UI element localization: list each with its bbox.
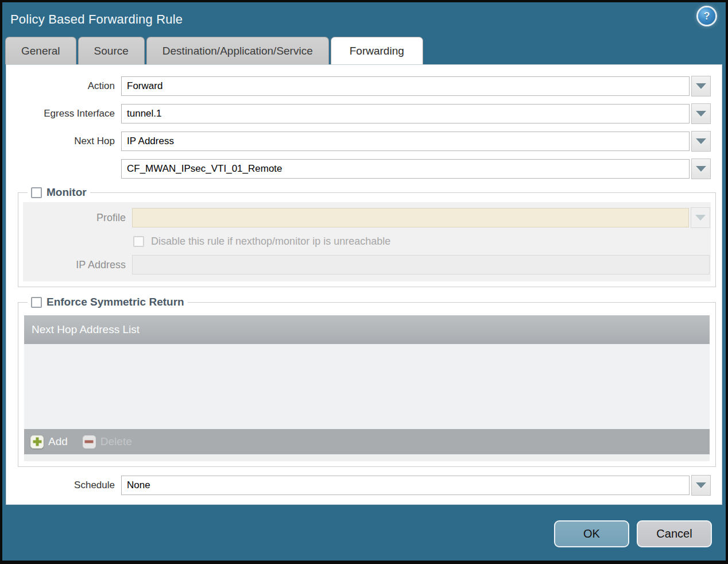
monitor-ip-address-input	[132, 255, 710, 275]
chevron-down-icon	[696, 83, 706, 89]
table-bottom-strip	[24, 454, 710, 461]
monitor-ip-address-row: IP Address	[23, 255, 711, 275]
next-hop-row: Next Hop IP Address	[6, 131, 722, 152]
enforce-symmetric-return-legend-label: Enforce Symmetric Return	[47, 296, 184, 308]
monitor-fieldset: Monitor Profile Disable this rule if nex…	[18, 186, 716, 287]
enforce-symmetric-return-fieldset: Enforce Symmetric Return Next Hop Addres…	[18, 296, 716, 467]
schedule-label: Schedule	[6, 480, 121, 491]
dialog-footer: OK Cancel	[2, 505, 726, 561]
action-select[interactable]: Forward	[121, 76, 690, 96]
disable-rule-row: Disable this rule if nexthop/monitor ip …	[133, 235, 711, 248]
plus-icon	[30, 435, 44, 449]
next-hop-address-select[interactable]: CF_MWAN_IPsec_VTI_01_Remote	[121, 159, 690, 179]
screen-frame: Policy Based Forwarding Rule ? General S…	[0, 0, 728, 564]
dialog-titlebar: Policy Based Forwarding Rule ?	[2, 2, 726, 37]
schedule-dropdown-button[interactable]	[691, 475, 711, 496]
profile-row: Profile	[23, 207, 711, 228]
chevron-down-icon	[696, 482, 706, 488]
monitor-legend: Monitor	[28, 186, 90, 199]
next-hop-type-select[interactable]: IP Address	[121, 132, 690, 151]
monitor-ip-address-label: IP Address	[23, 259, 132, 271]
tab-bar: General Source Destination/Application/S…	[2, 37, 726, 64]
enforce-symmetric-return-checkbox[interactable]	[31, 297, 42, 308]
minus-icon	[83, 435, 96, 449]
egress-interface-label: Egress Interface	[6, 108, 121, 119]
egress-interface-select[interactable]: tunnel.1	[121, 104, 690, 123]
chevron-down-icon	[696, 166, 706, 172]
chevron-down-icon	[696, 111, 706, 117]
egress-interface-dropdown-button[interactable]	[691, 103, 711, 124]
tab-source[interactable]: Source	[78, 37, 145, 64]
schedule-select[interactable]: None	[121, 476, 690, 495]
delete-button: Delete	[83, 435, 132, 449]
next-hop-label: Next Hop	[6, 136, 121, 147]
monitor-checkbox[interactable]	[31, 187, 42, 198]
add-button[interactable]: Add	[30, 435, 68, 449]
help-button[interactable]: ?	[698, 7, 715, 25]
profile-select	[132, 208, 689, 227]
next-hop-address-list-table: Next Hop Address List Add Delete	[24, 315, 710, 454]
next-hop-address-list-body[interactable]	[24, 344, 710, 429]
tab-general[interactable]: General	[5, 37, 76, 64]
disable-rule-label: Disable this rule if nexthop/monitor ip …	[151, 235, 390, 248]
enforce-symmetric-return-legend: Enforce Symmetric Return	[28, 296, 188, 308]
pbf-rule-dialog: Policy Based Forwarding Rule ? General S…	[2, 2, 726, 561]
next-hop-address-row: CF_MWAN_IPsec_VTI_01_Remote	[6, 159, 722, 179]
dialog-title: Policy Based Forwarding Rule	[10, 12, 183, 27]
monitor-panel: Profile Disable this rule if nexthop/mon…	[23, 202, 711, 281]
action-row: Action Forward	[6, 76, 722, 96]
egress-interface-row: Egress Interface tunnel.1	[6, 103, 722, 124]
cancel-button[interactable]: Cancel	[637, 520, 712, 547]
next-hop-address-list-header: Next Hop Address List	[24, 315, 710, 344]
tab-destination-application-service[interactable]: Destination/Application/Service	[146, 37, 329, 64]
profile-dropdown-button	[691, 207, 710, 228]
tab-forwarding[interactable]: Forwarding	[331, 37, 423, 64]
forwarding-tab-panel: Action Forward Egress Interface tunnel.1…	[6, 64, 722, 505]
profile-label: Profile	[23, 212, 132, 224]
schedule-row: Schedule None	[6, 475, 722, 496]
chevron-down-icon	[696, 138, 706, 144]
table-toolbar: Add Delete	[24, 429, 710, 454]
chevron-down-icon	[695, 215, 706, 221]
monitor-legend-label: Monitor	[47, 186, 87, 199]
question-mark-icon: ?	[704, 10, 710, 22]
next-hop-type-dropdown-button[interactable]	[691, 131, 711, 152]
action-label: Action	[6, 80, 121, 92]
disable-rule-checkbox	[133, 236, 144, 247]
ok-button[interactable]: OK	[554, 520, 629, 547]
action-dropdown-button[interactable]	[691, 76, 711, 96]
add-button-label: Add	[48, 435, 68, 448]
delete-button-label: Delete	[100, 435, 132, 448]
next-hop-address-dropdown-button[interactable]	[691, 159, 711, 179]
